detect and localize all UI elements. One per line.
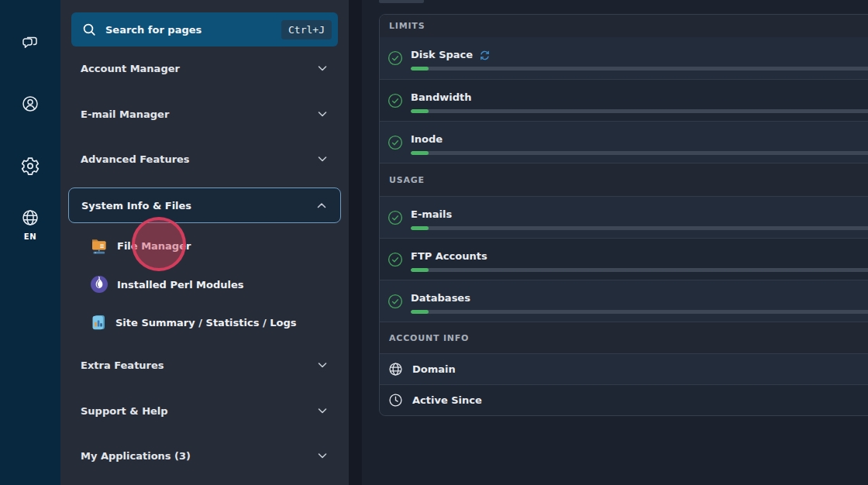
sidebar-item-installed-perl-modules[interactable]: Installed Perl Modules — [90, 269, 338, 300]
stat-label: FTP Accounts — [411, 250, 487, 263]
chevron-down-icon — [316, 62, 329, 74]
check-circle-icon — [388, 50, 403, 66]
stat-row-ftp-accounts[interactable]: FTP Accounts — [380, 238, 868, 280]
item-label: File Manager — [117, 240, 191, 252]
sidebar: Ctrl+J Account Manager E-mail Manager Ad… — [60, 0, 349, 485]
perl-icon — [90, 275, 108, 294]
section-title: ACCOUNT INFO — [389, 333, 469, 343]
sidebar-group-extra-features[interactable]: Extra Features — [71, 348, 338, 382]
chevron-down-icon — [316, 404, 329, 417]
sidebar-group-my-applications[interactable]: My Applications (3) — [71, 439, 338, 473]
stat-row-emails[interactable]: E-mails — [380, 196, 868, 238]
icon-rail: EN — [0, 0, 60, 485]
progress-fill — [411, 151, 429, 155]
stat-row-inode[interactable]: Inode — [380, 121, 868, 163]
check-circle-icon — [388, 252, 403, 267]
sidebar-item-site-summary-statistics-logs[interactable]: Site Summary / Statistics / Logs — [90, 307, 338, 338]
stat-row-disk-space[interactable]: Disk Space — [380, 37, 868, 79]
search-bar[interactable]: Ctrl+J — [71, 12, 338, 46]
sidebar-group-support-help[interactable]: Support & Help — [71, 394, 338, 428]
globe-icon[interactable] — [21, 208, 40, 227]
search-input[interactable] — [104, 23, 281, 36]
section-header-usage: USAGE — [380, 163, 868, 196]
stat-row-databases[interactable]: Databases — [380, 280, 868, 322]
group-label: My Applications (3) — [81, 450, 191, 462]
progress-fill — [411, 310, 429, 314]
group-label: E-mail Manager — [81, 108, 169, 120]
info-label: Active Since — [412, 394, 482, 406]
progress-fill — [411, 268, 429, 272]
section-header-limits: LIMITS — [380, 15, 868, 37]
stat-label: E-mails — [411, 208, 452, 221]
group-label: Advanced Features — [81, 153, 190, 165]
group-label: System Info & Files — [81, 200, 191, 212]
language-label[interactable]: EN — [0, 232, 60, 241]
stat-label: Inode — [411, 133, 443, 146]
check-circle-icon — [388, 294, 403, 309]
group-label: Account Manager — [81, 63, 180, 74]
chevron-up-icon — [315, 199, 328, 212]
check-circle-icon — [388, 210, 403, 225]
progress-track — [411, 268, 868, 272]
progress-fill — [411, 226, 429, 230]
account-icon[interactable] — [21, 95, 40, 113]
progress-fill — [411, 109, 429, 113]
globe-icon — [388, 362, 403, 377]
sidebar-group-account-manager[interactable]: Account Manager — [71, 51, 338, 85]
check-circle-icon — [388, 135, 403, 150]
chevron-down-icon — [316, 359, 329, 371]
section-title: USAGE — [389, 175, 425, 185]
progress-track — [411, 226, 868, 230]
settings-icon[interactable] — [21, 157, 40, 175]
section-header-account-info: ACCOUNT INFO — [380, 322, 868, 353]
scrolled-element-edge — [379, 0, 424, 3]
section-title: LIMITS — [389, 21, 425, 31]
group-label: Extra Features — [81, 359, 164, 371]
panel-divider — [349, 0, 362, 485]
chevron-down-icon — [316, 153, 329, 165]
info-row-domain[interactable]: Domain — [380, 353, 868, 384]
account-stats-card: LIMITS Disk Space — [379, 14, 868, 416]
chevron-down-icon — [316, 108, 329, 120]
stat-label: Databases — [411, 292, 470, 304]
info-row-active-since[interactable]: Active Since — [380, 384, 868, 415]
chevron-down-icon — [316, 449, 329, 462]
stat-label: Disk Space — [411, 49, 473, 61]
sidebar-group-email-manager[interactable]: E-mail Manager — [71, 97, 338, 131]
search-shortcut-badge: Ctrl+J — [281, 20, 332, 40]
item-label: Installed Perl Modules — [117, 279, 244, 291]
progress-fill — [411, 67, 429, 71]
progress-track — [411, 151, 868, 155]
item-label: Site Summary / Statistics / Logs — [115, 317, 296, 328]
group-label: Support & Help — [81, 405, 168, 417]
search-icon — [82, 22, 96, 36]
sidebar-group-system-info-files[interactable]: System Info & Files — [68, 187, 341, 223]
sidebar-item-file-manager[interactable]: File Manager — [90, 230, 338, 261]
main-content: LIMITS Disk Space — [362, 0, 868, 485]
stat-row-bandwidth[interactable]: Bandwidth — [380, 79, 868, 121]
check-circle-icon — [388, 93, 403, 108]
stat-label: Bandwidth — [411, 91, 471, 104]
refresh-icon[interactable] — [479, 50, 491, 61]
progress-track — [411, 109, 868, 113]
progress-track — [411, 310, 868, 314]
folder-icon — [90, 236, 108, 256]
info-label: Domain — [412, 363, 456, 375]
chat-icon[interactable] — [21, 33, 40, 52]
clock-icon — [388, 393, 403, 408]
stats-icon — [90, 313, 107, 332]
sidebar-group-advanced-features[interactable]: Advanced Features — [71, 142, 338, 176]
progress-track — [411, 67, 868, 71]
